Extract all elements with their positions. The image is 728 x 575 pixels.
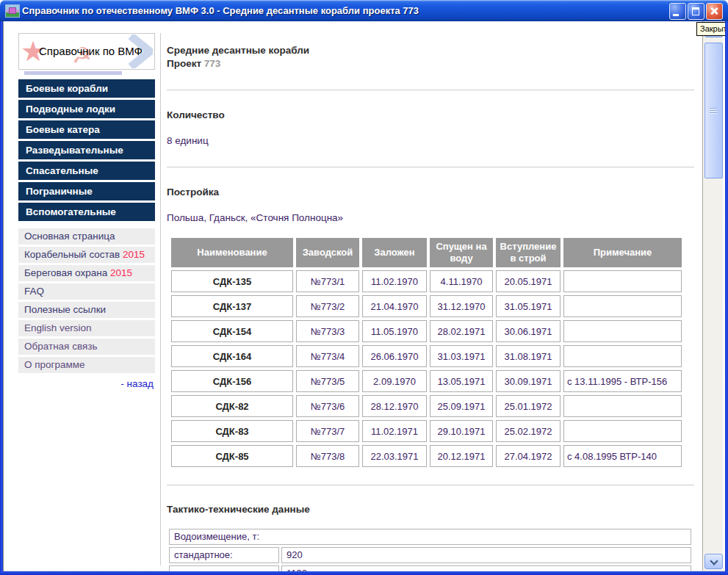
- cell-launched: 20.12.1971: [430, 445, 493, 467]
- cell-commissioned: 31.05.1971: [496, 295, 561, 317]
- section-divider: [167, 167, 694, 167]
- table-row: СДК-82 №773/6 28.12.1970 25.09.1971 25.0…: [171, 395, 682, 417]
- logo-text: Справочник по ВМФ: [39, 45, 143, 57]
- cell-laid: 11.02.1971: [362, 420, 427, 442]
- table-row: СДК-154 №773/3 11.05.1970 28.02.1971 30.…: [171, 320, 682, 342]
- construction-heading: Постройка: [167, 186, 694, 198]
- cell-laid: 11.02.1970: [362, 270, 427, 292]
- sidebar-nav: Боевые корабли Подводные лодки Боевые ка…: [18, 79, 155, 221]
- maximize-button[interactable]: [688, 3, 704, 20]
- cell-name: СДК-156: [171, 370, 293, 392]
- cell-launched: 4.11.1970: [430, 270, 493, 292]
- ttd-value: 1192: [281, 565, 691, 571]
- window-controls: [669, 3, 723, 20]
- section-divider: [167, 485, 694, 485]
- header-laid-down: Заложен: [362, 238, 427, 267]
- link-label: English version: [24, 322, 92, 333]
- cell-name: СДК-82: [171, 395, 293, 417]
- link-year: 2015: [123, 249, 145, 260]
- table-row: СДК-164 №773/4 26.06.1970 31.03.1971 31.…: [171, 345, 682, 367]
- header-commissioned: Вступление в строй: [496, 238, 561, 267]
- minimize-button[interactable]: [669, 3, 686, 20]
- ttd-group-cell: Водоизмещение, т:: [169, 529, 691, 545]
- table-row: СДК-137 №773/2 21.04.1970 31.12.1970 31.…: [171, 295, 682, 317]
- sidebar: ★ ☭ Справочник по ВМФ Боевые корабли Под…: [18, 33, 155, 389]
- cell-launched: 31.03.1971: [430, 345, 493, 367]
- cell-note: [563, 270, 682, 292]
- sidebar-item-auxiliary[interactable]: Вспомогательные: [18, 203, 155, 221]
- link-label: Корабельный состав: [24, 249, 123, 260]
- cell-note: с 13.11.1995 - ВТР-156: [563, 370, 682, 392]
- sidebar-item-submarines[interactable]: Подводные лодки: [18, 100, 155, 118]
- header-notes: Примечание: [563, 238, 682, 267]
- table-row: СДК-135 №773/1 11.02.1970 4.11.1970 20.0…: [171, 270, 682, 292]
- page-subtitle: Проект 773: [167, 57, 694, 70]
- sidebar-link-feedback[interactable]: Обратная связь: [18, 339, 155, 355]
- link-year: 2015: [110, 267, 132, 278]
- cell-yard: №773/3: [296, 320, 359, 342]
- cell-laid: 11.05.1970: [362, 320, 427, 342]
- client-area: Закрыть ★ ☭ Справочник по ВМФ Боевые кор…: [3, 21, 725, 571]
- window-border-bottom: [0, 571, 728, 575]
- construction-value: Польша, Гданьск, «Сточня Полноцна»: [167, 211, 694, 224]
- ships-table: Наименование Заводской Заложен Спущен на…: [168, 235, 685, 470]
- window-border-right: [725, 21, 728, 575]
- close-button[interactable]: [706, 3, 723, 20]
- sidebar-link-fleet-roster[interactable]: Корабельный состав 2015: [18, 247, 155, 263]
- sidebar-link-main-page[interactable]: Основная страница: [18, 228, 155, 245]
- sidebar-links: Основная страница Корабельный состав 201…: [18, 228, 155, 373]
- sidebar-item-warships[interactable]: Боевые корабли: [18, 79, 155, 98]
- cell-laid: 26.06.1970: [362, 345, 427, 367]
- sidebar-link-english-version[interactable]: English version: [18, 320, 155, 336]
- sidebar-link-faq[interactable]: FAQ: [18, 283, 155, 300]
- section-divider: [167, 90, 694, 90]
- title-bar[interactable]: Справочник по отечественному ВМФ 3.0 - С…: [0, 0, 728, 21]
- page-title: Средние десантные корабли: [167, 44, 694, 57]
- cell-yard: №773/4: [296, 345, 359, 367]
- ttd-heading: Тактико-технические данные: [167, 503, 694, 516]
- cell-commissioned: 30.09.1971: [496, 370, 561, 392]
- header-launched: Спущен на воду: [430, 238, 493, 267]
- cell-yard: №773/8: [296, 445, 359, 467]
- link-label: Полезные ссылки: [24, 304, 106, 315]
- cell-commissioned: 25.01.1972: [496, 395, 561, 417]
- sidebar-item-reconnaissance[interactable]: Разведывательные: [18, 141, 155, 159]
- cell-yard: №773/2: [296, 295, 359, 317]
- sidebar-item-rescue[interactable]: Спасательные: [18, 162, 155, 180]
- cell-launched: 31.12.1970: [430, 295, 493, 317]
- cell-commissioned: 25.02.1972: [496, 420, 561, 442]
- scroll-down-button[interactable]: [704, 554, 723, 569]
- sidebar-link-coast-guard[interactable]: Береговая охрана 2015: [18, 265, 155, 281]
- link-label: FAQ: [24, 286, 44, 297]
- sidebar-item-combat-boats[interactable]: Боевые катера: [18, 120, 155, 139]
- cell-laid: 2.09.1970: [362, 370, 427, 392]
- cell-yard: №773/5: [296, 370, 359, 392]
- project-number: 773: [204, 58, 221, 69]
- close-icon: [707, 4, 722, 19]
- sidebar-item-border-guard[interactable]: Пограничные: [18, 182, 155, 200]
- table-row: СДК-83 №773/7 11.02.1971 29.10.1971 25.0…: [171, 420, 682, 442]
- minimize-icon: [673, 14, 679, 16]
- cell-launched: 25.09.1971: [430, 395, 493, 417]
- chevron-down-icon: [710, 557, 718, 565]
- cell-commissioned: 30.06.1971: [496, 320, 561, 342]
- table-row: СДК-85 №773/8 22.03.1971 20.12.1971 27.0…: [171, 445, 682, 467]
- scrollbar-thumb[interactable]: [704, 43, 723, 178]
- cell-laid: 21.04.1970: [362, 295, 427, 317]
- table-row: Водоизмещение, т:: [169, 529, 691, 545]
- cell-laid: 22.03.1971: [362, 445, 427, 467]
- cell-name: СДК-135: [171, 270, 293, 292]
- sidebar-link-useful-links[interactable]: Полезные ссылки: [18, 302, 155, 318]
- quantity-value: 8 единиц: [167, 134, 694, 147]
- sidebar-link-about[interactable]: О программе: [18, 357, 155, 373]
- cell-laid: 28.12.1970: [362, 395, 427, 417]
- cell-launched: 28.02.1971: [430, 320, 493, 342]
- ttd-label: стандартное:: [169, 547, 279, 563]
- back-link[interactable]: - назад: [18, 378, 155, 389]
- cell-name: СДК-154: [171, 320, 293, 342]
- cell-launched: 29.10.1971: [430, 420, 493, 442]
- cell-yard: №773/1: [296, 270, 359, 292]
- vertical-scrollbar[interactable]: [702, 21, 723, 571]
- cell-name: СДК-83: [171, 420, 293, 442]
- table-row: полное: 1192: [169, 565, 691, 571]
